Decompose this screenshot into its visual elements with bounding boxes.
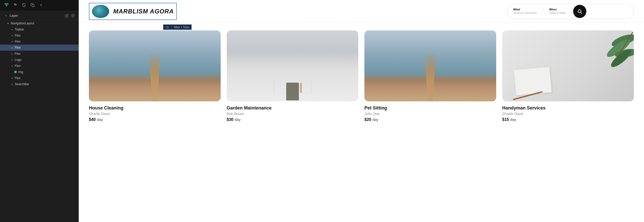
search-what-field[interactable]: What Search services [507, 8, 543, 15]
layer-item-topbar[interactable]: ▾ Topbar [0, 26, 79, 32]
edit-icon[interactable] [65, 14, 69, 17]
layer-item-navigation-layout[interactable]: ▾ NavigationLayout [0, 20, 79, 26]
layer-panel-header: Layer [0, 11, 79, 20]
card-title-house-cleaning: House Cleaning [89, 105, 221, 111]
card-image-garden-maintenance [227, 30, 359, 101]
layer-item-flex-2[interactable]: ▾ Flex [0, 39, 79, 45]
arrow-left-icon[interactable] [39, 3, 43, 8]
search-button[interactable] [573, 5, 586, 18]
layer-tree: ▾ NavigationLayout ▾ Topbar ▾ Flex ▾ Fle… [0, 20, 79, 87]
svg-point-2 [72, 15, 73, 16]
card-price-house-cleaning: $40 day [89, 117, 221, 122]
wifi-icon[interactable] [4, 3, 9, 8]
card-house-cleaning[interactable]: House Cleaning Charlie Davis $40 day [89, 30, 221, 214]
right-content: MARBLISM AGORA div | 68px × 52px What Se… [79, 0, 644, 222]
what-placeholder: Search services [513, 11, 537, 15]
card-price-handyman-services: $15 day [502, 117, 634, 122]
card-price-garden-maintenance: $30 day [227, 117, 359, 122]
layer-item-flex-3[interactable]: ▸ Flex [0, 45, 79, 51]
card-title-garden-maintenance: Garden Maintenance [227, 105, 359, 111]
logo-text: MARBLISM AGORA [113, 8, 174, 15]
card-pet-sitting[interactable]: Pet Sitting John Doe $20 day [364, 30, 496, 214]
top-toolbar [0, 0, 79, 11]
card-price-pet-sitting: $20 day [364, 117, 496, 122]
card-title-handyman-services: Handyman Services [502, 105, 634, 111]
chevron-down-icon [4, 14, 8, 17]
logo-image [92, 5, 109, 18]
element-badge: div | 68px × 52px [163, 24, 192, 30]
card-author-handyman-services: Charlie Davis [502, 112, 634, 116]
card-author-house-cleaning: Charlie Davis [89, 112, 221, 116]
card-handyman-services[interactable]: Handyman Services Charlie Davis $15 day [502, 30, 634, 214]
search-bar[interactable]: What Search services When Select date [507, 4, 634, 19]
what-label: What [513, 8, 537, 11]
svg-rect-0 [32, 5, 34, 7]
search-when-field[interactable]: When Select date [543, 8, 572, 15]
layer-item-flex-6[interactable]: ▾ Flex [0, 75, 79, 81]
refresh-icon[interactable] [22, 3, 26, 8]
layer-item-flex-1[interactable]: ▾ Flex [0, 32, 79, 39]
layer-item-flex-5[interactable]: ▾ Flex [0, 63, 79, 69]
card-image-pet-sitting [364, 30, 496, 101]
when-label: When [549, 8, 566, 11]
cards-area: House Cleaning Charlie Davis $40 day [79, 23, 644, 222]
target-icon[interactable] [71, 14, 75, 17]
layer-item-img[interactable]: img [0, 69, 79, 75]
svg-point-7 [578, 10, 581, 13]
card-author-garden-maintenance: Bob Brown [227, 112, 359, 116]
copy-icon[interactable] [30, 3, 35, 8]
layer-item-searchbar[interactable]: ▾ SearchBar [0, 81, 79, 87]
layer-item-flex-4[interactable]: ▾ Flex [0, 51, 79, 57]
svg-line-8 [581, 12, 582, 13]
when-placeholder: Select date [549, 11, 566, 15]
card-image-handyman-services [502, 30, 634, 101]
left-panel: Layer ▾ NavigationLayout ▾ Topbar ▾ Fl [0, 0, 79, 222]
card-title-pet-sitting: Pet Sitting [364, 105, 496, 111]
card-author-pet-sitting: John Doe [364, 112, 496, 116]
card-image-house-cleaning [89, 30, 221, 101]
wrench-icon[interactable] [13, 3, 17, 8]
layer-panel-title: Layer [10, 14, 18, 17]
logo-area[interactable]: MARBLISM AGORA [89, 3, 177, 20]
layer-item-logo[interactable]: ▾ Logo [0, 57, 79, 63]
card-garden-maintenance[interactable]: Garden Maintenance Bob Brown $30 day [227, 30, 359, 214]
navbar: MARBLISM AGORA div | 68px × 52px What Se… [79, 0, 644, 23]
